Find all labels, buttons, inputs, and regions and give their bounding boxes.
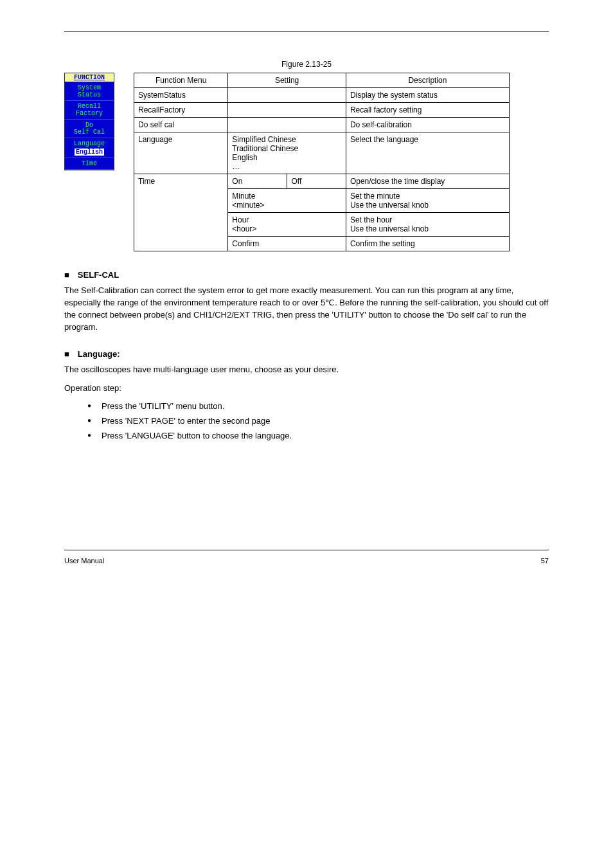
- col-header: Function Menu: [134, 73, 228, 88]
- cell-setting: Simplified ChineseTraditional ChineseEng…: [228, 132, 346, 174]
- cell-desc: Confirm the setting: [346, 237, 509, 251]
- language-steps: Press the 'UTILITY' menu button. Press '…: [64, 401, 549, 440]
- table-header-row: Function Menu Setting Description: [134, 73, 510, 88]
- col-header: Setting: [228, 73, 346, 88]
- menu-item-line: Self Cal: [74, 129, 105, 136]
- menu-item-system-status[interactable]: System Status: [65, 82, 114, 101]
- menu-item-language[interactable]: Language English: [65, 138, 114, 158]
- cell-menu: SystemStatus: [134, 88, 228, 103]
- cell-desc: Recall factory setting: [346, 103, 509, 118]
- cell-setting: [228, 88, 346, 103]
- list-item: Press 'NEXT PAGE' to enter the second pa…: [102, 416, 549, 426]
- menu-item-recall-factory[interactable]: Recall Factory: [65, 101, 114, 120]
- list-item: Press 'LANGUAGE' button to choose the la…: [102, 431, 549, 440]
- language-steps-label: Operation step:: [64, 383, 549, 395]
- section-heading-selfcal: ■ SELF-CAL: [64, 269, 549, 281]
- cell-desc: Set the hourUse the universal knob: [346, 213, 509, 237]
- cell-desc: Open/close the time display: [346, 174, 509, 189]
- col-header: Description: [346, 73, 509, 88]
- figure-label: Figure 2.13-25: [64, 60, 549, 69]
- menu-item-line: Factory: [76, 110, 103, 117]
- cell-setting: Hour <hour>: [228, 213, 346, 237]
- cell-menu: Do self cal: [134, 118, 228, 132]
- cell-menu: Time: [134, 174, 228, 251]
- cell-desc: Select the language: [346, 132, 509, 174]
- table-row: SystemStatus Display the system status: [134, 88, 510, 103]
- cell-desc: Do self-calibration: [346, 118, 509, 132]
- menu-item-do-self-cal[interactable]: Do Self Cal: [65, 120, 114, 138]
- function-spec-table: Function Menu Setting Description System…: [134, 73, 510, 251]
- cell-menu: RecallFactory: [134, 103, 228, 118]
- function-menu-title: FUNCTION: [65, 73, 114, 82]
- menu-item-selected-value: English: [75, 149, 104, 156]
- menu-item-line: Do: [85, 122, 93, 129]
- section-heading-language: ■ Language:: [64, 348, 549, 360]
- table-row: Do self cal Do self-calibration: [134, 118, 510, 132]
- list-item: Press the 'UTILITY' menu button.: [102, 401, 549, 411]
- footer-left: User Manual: [64, 557, 104, 565]
- footer-page-number: 57: [541, 557, 549, 565]
- menu-item-line: Recall: [78, 103, 101, 110]
- menu-item-line: System: [78, 84, 101, 91]
- cell-setting: Confirm: [228, 237, 346, 251]
- cell-setting: On: [228, 174, 287, 189]
- cell-menu: Language: [134, 132, 228, 174]
- table-row: Language Simplified ChineseTraditional C…: [134, 132, 510, 174]
- top-rule: [64, 31, 549, 32]
- menu-item-line: Language: [74, 140, 105, 147]
- table-row: RecallFactory Recall factory setting: [134, 103, 510, 118]
- cell-desc: Display the system status: [346, 88, 509, 103]
- function-menu-panel: FUNCTION System Status Recall Factory Do…: [64, 73, 114, 170]
- menu-item-time[interactable]: Time: [65, 158, 114, 170]
- cell-setting: Off: [287, 174, 346, 189]
- menu-item-line: Time: [82, 160, 97, 167]
- selfcal-paragraph: The Self-Calibration can correct the sys…: [64, 285, 549, 333]
- page-footer: User Manual 57: [64, 550, 549, 565]
- menu-item-line: Status: [78, 91, 101, 98]
- cell-setting: Minute <minute>: [228, 189, 346, 213]
- cell-setting: [228, 118, 346, 132]
- cell-setting: [228, 103, 346, 118]
- language-intro: The oscilloscopes have multi-language us…: [64, 364, 549, 376]
- table-row: Time On Off Open/close the time display: [134, 174, 510, 189]
- cell-desc: Set the minuteUse the universal knob: [346, 189, 509, 213]
